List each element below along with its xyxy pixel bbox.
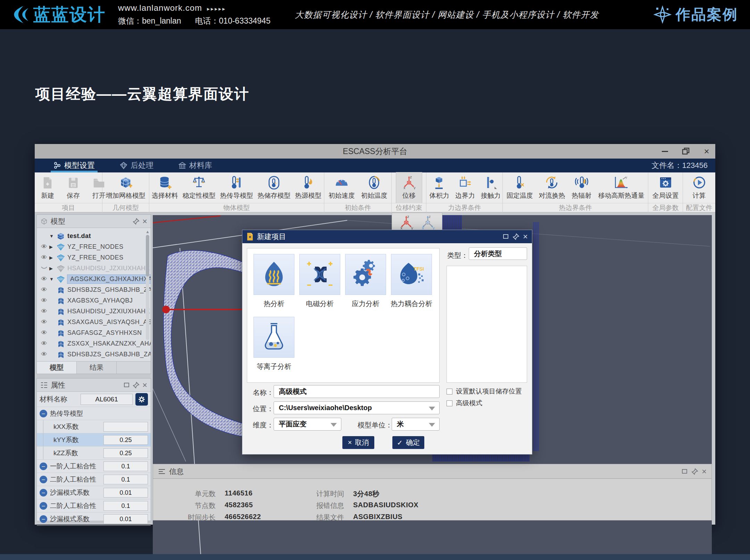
tree-item[interactable]: 👁 SDHSBJZS_GHSABJHB_ZAHU: [37, 285, 151, 295]
initial-velocity-button[interactable]: 初始速度: [326, 175, 357, 201]
axes-red-option-icon[interactable]: zxy: [399, 215, 414, 230]
tree-scrollbar[interactable]: ▲ ▼: [145, 229, 150, 346]
tab-post-processing[interactable]: 后处理: [114, 159, 160, 172]
tree-item[interactable]: 👁 XAGBSXG_AYHAQBJ: [37, 295, 151, 306]
dimension-select[interactable]: 平面应变: [274, 418, 341, 431]
tree-item[interactable]: 👁▶ YZ_FREE_NODES: [37, 252, 151, 263]
tile-electromagnetic-analysis[interactable]: 电磁分析: [299, 254, 340, 312]
axes-blue-option-icon[interactable]: zxy: [420, 215, 435, 230]
compute-button[interactable]: 计算: [686, 175, 712, 201]
property-value[interactable]: 0.01: [103, 514, 148, 524]
property-group-row[interactable]: – 二阶人工粘合性 0.1: [37, 499, 151, 512]
close-panel-icon[interactable]: ×: [142, 217, 147, 226]
material-name-value[interactable]: AL6061: [81, 394, 133, 405]
property-value[interactable]: 0.1: [103, 501, 148, 511]
close-button[interactable]: ×: [702, 147, 711, 156]
select-material-button[interactable]: 选择材料: [150, 175, 180, 201]
convection-button[interactable]: 对流换热: [536, 175, 567, 201]
tab-material-library[interactable]: 材料库: [172, 159, 218, 172]
property-group-row[interactable]: – 沙漏模式系数 0.01: [37, 512, 151, 526]
tree-item[interactable]: 👁▶ YZ_FREE_NODES: [37, 241, 151, 252]
name-input[interactable]: 高级模式: [274, 385, 440, 398]
heat-storage-model-button[interactable]: 热储存模型: [256, 175, 293, 201]
add-mesh-model-button[interactable]: 增加网格模型: [104, 175, 148, 201]
visibility-eye-icon[interactable]: 👁: [39, 329, 49, 337]
website-link[interactable]: www.lanlanwork.com: [118, 3, 202, 12]
visibility-eye-icon[interactable]: 👁: [39, 254, 49, 261]
stability-model-button[interactable]: 稳定性模型: [181, 175, 218, 201]
collapse-icon[interactable]: –: [40, 502, 47, 510]
visibility-eye-icon[interactable]: 👁: [39, 275, 49, 283]
property-value[interactable]: 0.1: [103, 475, 148, 484]
ok-button[interactable]: ✓确定: [392, 436, 424, 449]
dialog-close-icon[interactable]: ×: [523, 232, 528, 241]
window-restore-icon[interactable]: [682, 468, 688, 475]
property-value[interactable]: 0.25: [103, 448, 148, 458]
material-settings-button[interactable]: [135, 393, 148, 406]
heat-conduction-model-button[interactable]: 热传导模型: [218, 175, 255, 201]
property-value[interactable]: [103, 422, 148, 432]
tree-root[interactable]: ▼ test.dat: [37, 231, 151, 241]
visibility-eye-icon[interactable]: 👁: [39, 340, 49, 347]
pin-icon[interactable]: [691, 468, 698, 475]
contact-force-button[interactable]: 接触力: [478, 175, 503, 201]
pin-icon[interactable]: [133, 382, 140, 389]
visibility-eye-icon[interactable]: 👁: [39, 308, 49, 315]
collapse-icon[interactable]: –: [40, 489, 47, 497]
displacement-button[interactable]: zxy 位移: [396, 172, 422, 203]
tree-item[interactable]: 👁 ZSXGX_HSAKAZNZXK_AHASX: [37, 338, 151, 349]
visibility-closed-eye-icon[interactable]: [39, 265, 49, 272]
type-list-box[interactable]: [447, 266, 527, 383]
property-group-row[interactable]: – 一阶人工粘合性 0.1: [37, 460, 151, 473]
location-select[interactable]: C:\Users\weixiaohe\Desktop: [274, 401, 440, 414]
collapse-icon[interactable]: –: [40, 410, 47, 417]
tree-item[interactable]: 👁 SAGFASGZ_ASYHHXSN: [37, 328, 151, 338]
unit-select[interactable]: 米: [392, 418, 440, 431]
panel-tab-results[interactable]: 结果: [77, 362, 117, 374]
body-force-button[interactable]: 体积力: [426, 175, 452, 201]
visibility-eye-icon[interactable]: 👁: [39, 319, 49, 326]
dialog-restore-icon[interactable]: [503, 234, 509, 240]
tree-item[interactable]: 👁 HSAUHDISU_JZXIUXHAHX: [37, 306, 151, 317]
fixed-temperature-button[interactable]: 固定温度: [505, 175, 535, 201]
property-group-row[interactable]: – 热传导模型: [37, 407, 151, 420]
dialog-pin-icon[interactable]: [512, 233, 519, 240]
collapse-icon[interactable]: –: [40, 463, 47, 470]
boundary-force-button[interactable]: 边界力: [452, 175, 478, 201]
checkbox-advanced-mode[interactable]: 高级模式: [447, 399, 482, 408]
cancel-button[interactable]: ×取消: [342, 436, 374, 449]
visibility-eye-icon[interactable]: 👁: [39, 243, 49, 251]
new-button[interactable]: 新建: [35, 175, 60, 201]
heat-source-model-button[interactable]: 热源模型: [293, 175, 324, 201]
window-restore-icon[interactable]: [124, 382, 130, 388]
tile-stress-analysis[interactable]: 应力分析: [345, 254, 386, 312]
close-panel-icon[interactable]: ×: [702, 467, 707, 476]
visibility-eye-icon[interactable]: 👁: [39, 297, 49, 304]
property-row-selected[interactable]: kYY系数 0.25: [37, 433, 151, 447]
tree-item-selected[interactable]: 👁▼ AGSGKJKG_GJHXAJKHXA: [37, 274, 151, 285]
tree-item[interactable]: 👁 SDHSBJZS_GHSABJHB_ZAHU: [37, 349, 151, 360]
tree-item-hidden[interactable]: ▶ HSAUHDISU_JZXIUXHAHX: [37, 263, 151, 274]
initial-temperature-button[interactable]: 初始温度: [359, 175, 390, 201]
global-settings-button[interactable]: 全局设置: [650, 175, 681, 201]
property-value[interactable]: 0.25: [103, 435, 148, 445]
save-button[interactable]: 保存: [60, 175, 86, 201]
tile-plasma-analysis[interactable]: 等离子分析: [253, 317, 294, 375]
close-panel-icon[interactable]: ×: [142, 380, 147, 390]
property-value[interactable]: 0.01: [103, 488, 148, 498]
property-row[interactable]: kZZ系数 0.25: [37, 447, 151, 460]
visibility-eye-icon[interactable]: 👁: [39, 351, 49, 358]
moving-gauss-flux-button[interactable]: y 移动高斯热通量: [596, 175, 647, 201]
tile-thermal-coupling-analysis[interactable]: TFSI 热力耦合分析: [391, 254, 432, 312]
tile-thermal-analysis[interactable]: 热分析: [253, 254, 294, 312]
property-value[interactable]: 0.1: [103, 461, 148, 471]
pin-icon[interactable]: [133, 218, 140, 225]
property-group-row[interactable]: – 沙漏模式系数 0.01: [37, 486, 151, 499]
minimize-button[interactable]: [660, 147, 669, 156]
property-group-row[interactable]: – 二阶人工粘合性 0.1: [37, 473, 151, 486]
maximize-button[interactable]: [681, 147, 690, 156]
collapse-icon[interactable]: –: [40, 515, 47, 523]
visibility-eye-icon[interactable]: 👁: [39, 286, 49, 294]
collapse-icon[interactable]: –: [40, 476, 47, 483]
type-input[interactable]: 分析类型: [469, 247, 527, 260]
